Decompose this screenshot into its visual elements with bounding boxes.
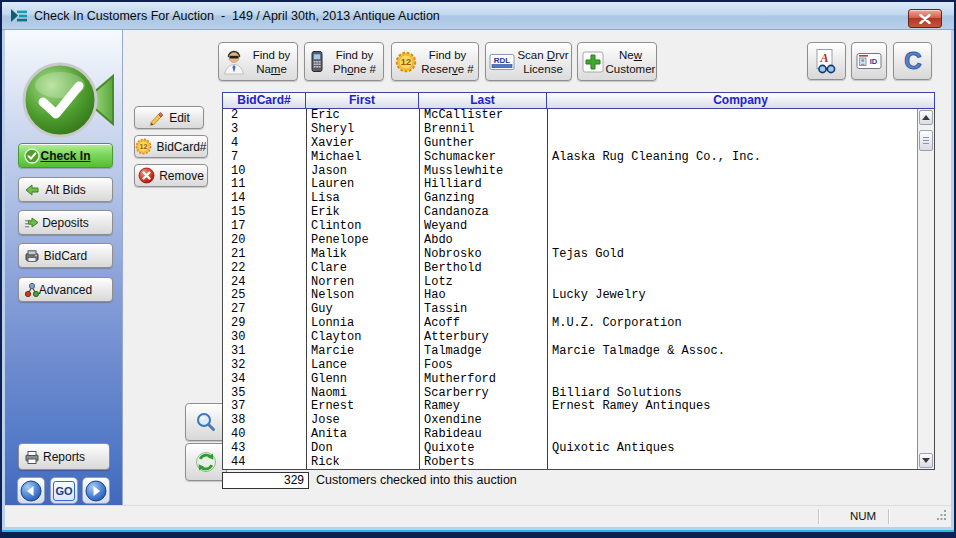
cell-first: Rick [306, 456, 419, 469]
button-label-line1: Find by [429, 48, 467, 62]
column-header-bidcard[interactable]: BidCard# [223, 93, 306, 108]
table-row[interactable]: 2 Eric McCallister [223, 109, 917, 123]
sidebar-item-check-in[interactable]: Check In [18, 143, 113, 168]
table-row[interactable]: 14 Lisa Ganzing [223, 192, 917, 206]
reports-button[interactable]: Reports [18, 443, 110, 470]
cell-bidcard: 10 [223, 165, 306, 179]
button-label-line1: Find by [253, 48, 291, 62]
table-row[interactable]: 3 Sheryl Brennil [223, 123, 917, 137]
c-button[interactable]: C [893, 42, 932, 80]
table-row[interactable]: 30 Clayton Atterbury [223, 331, 917, 345]
svg-text:C: C [904, 47, 921, 74]
magnifier-icon [195, 411, 217, 433]
table-row[interactable]: 7 Michael Schumacker Alaska Rug Cleaning… [223, 151, 917, 165]
refresh-button[interactable] [185, 443, 227, 481]
cell-last: Hao [419, 289, 547, 303]
app-icon [10, 8, 28, 24]
table-row[interactable]: 10 Jason Musslewhite [223, 165, 917, 179]
sidebar-label: Alt Bids [45, 183, 86, 197]
close-button[interactable] [908, 9, 942, 28]
main-content: Check In Alt Bids Deposits BidCard [2, 30, 954, 527]
table-row[interactable]: 22 Clare Berthold [223, 262, 917, 276]
table-row[interactable]: 15 Erik Candanoza [223, 206, 917, 220]
cell-last: Roberts [419, 456, 547, 469]
cell-bidcard: 3 [223, 123, 306, 137]
button-label: Edit [169, 111, 190, 125]
cell-bidcard: 34 [223, 373, 306, 387]
button-label: BidCard# [156, 140, 206, 154]
find-by-phone-button[interactable]: Find by Phone # [304, 42, 384, 81]
search-button[interactable] [185, 403, 227, 441]
sidebar-item-bidcard[interactable]: BidCard [18, 243, 113, 268]
table-row[interactable]: 37 Ernest Ramey Ernest Ramey Antinques [223, 400, 917, 414]
table-row[interactable]: 31 Marcie Talmadge Marcie Talmadge & Ass… [223, 345, 917, 359]
cell-bidcard: 31 [223, 345, 306, 359]
cell-company [547, 165, 917, 179]
cell-first: Lonnia [306, 317, 419, 331]
table-row[interactable]: 24 Norren Lotz [223, 276, 917, 290]
cell-company: Alaska Rug Cleaning Co., Inc. [547, 151, 917, 165]
cell-first: Penelope [306, 234, 419, 248]
cell-last: Talmadge [419, 345, 547, 359]
find-letter-button[interactable]: A [807, 42, 846, 80]
sidebar-item-alt-bids[interactable]: Alt Bids [18, 177, 113, 202]
cell-last: Brennil [419, 123, 547, 137]
find-by-name-button[interactable]: Find by Name [218, 42, 298, 81]
table-row[interactable]: 4 Xavier Gunther [223, 137, 917, 151]
remove-button[interactable]: Remove [134, 164, 208, 187]
table-row[interactable]: 11 Lauren Hilliard [223, 178, 917, 192]
table-row[interactable]: 20 Penelope Abdo [223, 234, 917, 248]
column-header-last[interactable]: Last [419, 93, 547, 108]
next-button[interactable] [82, 477, 110, 504]
scan-license-button[interactable]: RDL Scan Drvr License [485, 42, 572, 81]
scan-id-button[interactable]: ID [851, 42, 887, 80]
resize-grip-icon[interactable] [936, 506, 947, 524]
table-row[interactable]: 34 Glenn Mutherford [223, 373, 917, 387]
cell-company [547, 414, 917, 428]
column-header-company[interactable]: Company [547, 93, 934, 108]
refresh-icon [195, 451, 217, 473]
table-row[interactable]: 32 Lance Foos [223, 359, 917, 373]
scrollbar-thumb[interactable] [919, 130, 933, 151]
new-customer-button[interactable]: New Customer [577, 42, 657, 81]
bidcard-number-button[interactable]: 12 BidCard# [134, 135, 208, 158]
cell-last: Nobrosko [419, 248, 547, 262]
cell-bidcard: 17 [223, 220, 306, 234]
cell-first: Jose [306, 414, 419, 428]
table-row[interactable]: 38 Jose Oxendine [223, 414, 917, 428]
scroll-up-button[interactable] [919, 110, 933, 125]
column-header-first[interactable]: First [306, 93, 419, 108]
cell-company: Quixotic Antiques [547, 442, 917, 456]
checked-in-count-field[interactable]: 329 [222, 472, 309, 489]
button-label-line2: Phone # [333, 62, 376, 76]
table-row[interactable]: 21 Malik Nobrosko Tejas Gold [223, 248, 917, 262]
molecule-icon [24, 282, 40, 301]
cell-first: Lauren [306, 178, 419, 192]
vertical-scrollbar[interactable] [917, 109, 934, 469]
arrow-left-icon [24, 182, 40, 201]
sidebar-item-deposits[interactable]: Deposits [18, 210, 113, 235]
cell-first: Lisa [306, 192, 419, 206]
table-row[interactable]: 43 Don Quixote Quixotic Antiques [223, 442, 917, 456]
table-row[interactable]: 25 Nelson Hao Lucky Jewelry [223, 289, 917, 303]
find-by-reserve-button[interactable]: 12 Find by Reserve # [391, 42, 479, 81]
table-row[interactable]: 27 Guy Tassin [223, 303, 917, 317]
cell-first: Anita [306, 428, 419, 442]
cell-first: Ernest [306, 400, 419, 414]
button-label-line1: New [619, 48, 642, 62]
cell-company [547, 359, 917, 373]
table-row[interactable]: 40 Anita Rabideau [223, 428, 917, 442]
table-row[interactable]: 44 Rick Roberts [223, 456, 917, 469]
cell-first: Lance [306, 359, 419, 373]
table-row[interactable]: 35 Naomi Scarberry Billiard Solutions [223, 387, 917, 401]
previous-button[interactable] [17, 477, 45, 504]
title-bar: Check In Customers For Auction - 149 / A… [2, 2, 954, 30]
edit-button[interactable]: Edit [134, 106, 204, 129]
cell-last: Candanoza [419, 206, 547, 220]
sidebar-item-advanced[interactable]: Advanced [18, 277, 113, 302]
scroll-down-button[interactable] [919, 453, 933, 468]
go-button[interactable]: GO [50, 477, 78, 504]
table-row[interactable]: 29 Lonnia Acoff M.U.Z. Corporation [223, 317, 917, 331]
table-row[interactable]: 17 Clinton Weyand [223, 220, 917, 234]
cell-bidcard: 29 [223, 317, 306, 331]
